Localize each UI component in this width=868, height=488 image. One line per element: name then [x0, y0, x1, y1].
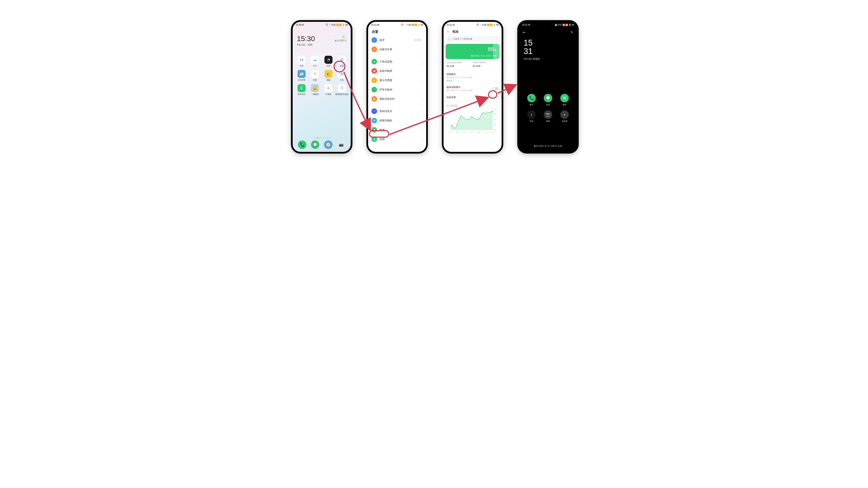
dark-app-未添加[interactable]: ＋未添加 — [556, 110, 573, 123]
settings-label: 权限与隐私 — [379, 119, 422, 123]
settings-row-电池[interactable]: ▮电池› — [370, 125, 424, 134]
app-icon: ⚙ — [338, 56, 346, 64]
chevron-right-icon: › — [422, 119, 423, 122]
settings-icon: ⊞ — [371, 136, 377, 142]
app-唯爱我欧应如故[interactable]: ⠿唯爱我欧应如故 — [335, 84, 349, 96]
settings-icon: ⇄ — [371, 46, 377, 52]
app-label: 设置 — [340, 65, 344, 67]
dock-app[interactable]: 📷 — [337, 140, 345, 149]
dark-app-grid: 📞拨号💬信息❇微信♪抖音📷相机＋未添加 — [523, 94, 573, 123]
app-工具[interactable]: ⊞工具 — [335, 70, 349, 82]
settings-list[interactable]: ᛒ蓝牙未连接›⇄连接与共享›✦个性化定制›▣桌面与锁屏›☀显示与亮度›🔊声音与振… — [368, 35, 426, 152]
settings-label: 密码与安全 — [379, 109, 422, 113]
dark-app-信息[interactable]: 💬信息 — [540, 94, 556, 106]
battery-card[interactable]: 88% 预计可用 1 天 15 小时 37 分钟 — [446, 44, 499, 59]
clock-date: 4月14日，周四 — [297, 43, 315, 46]
app-icon: ⊞ — [338, 70, 346, 78]
settings-row-通知与状态栏[interactable]: ◧通知与状态栏› — [370, 94, 424, 104]
svg-text:16:00: 16:00 — [449, 132, 452, 133]
dark-app-icon: 📷 — [544, 110, 552, 119]
settings-label: 桌面与锁屏 — [379, 69, 422, 73]
status-icons: ⏰ ⋮ 7.00 📶 📶 🔋 88 — [401, 24, 423, 26]
home-weather-widget[interactable]: ⛅ 多云 23°C ↻ — [335, 35, 346, 42]
chevron-right-icon: › — [422, 48, 423, 51]
settings-icon: 🔊 — [371, 87, 377, 92]
app-相册[interactable]: ◐相册 — [322, 70, 335, 82]
svg-text:20:00: 20:00 — [456, 132, 459, 133]
svg-point-10 — [492, 111, 493, 112]
phone-2-screen: 15:31:04 ⏰ ⋮ 7.00 📶 📶 🔋 88 设置 ᛒ蓝牙未连接›⇄连接… — [368, 22, 426, 152]
battery-chart: 0%25%50%75%100%16:0020:0000:0004:0008:00… — [446, 108, 499, 134]
settings-icon: ᛒ — [371, 37, 377, 43]
status-icons: ⏰ 0.97 📶 📶 🔋 88 — [555, 24, 574, 26]
dark-app-拨号[interactable]: 📞拨号 — [523, 94, 540, 106]
advanced-settings-row[interactable]: 高级设置 › — [446, 94, 499, 101]
status-bar: 15:30:54 ⏰ ⋮ 5.00 📶 📶 🔋 88 — [293, 22, 351, 28]
chevron-right-icon: › — [422, 138, 423, 141]
dock-app[interactable]: 📞 — [298, 140, 306, 149]
phone-2-frame: 15:31:04 ⏰ ⋮ 7.00 📶 📶 🔋 88 设置 ᛒ蓝牙未连接›⇄连接… — [366, 20, 428, 154]
settings-row-应用[interactable]: ⊞应用› — [370, 134, 424, 144]
back-icon[interactable]: ← — [446, 30, 450, 34]
dark-app-微信[interactable]: ❇微信 — [556, 94, 573, 106]
app-时钟[interactable]: ◔时钟 — [322, 56, 335, 67]
home-app-grid: 14日历☁天气◔时钟⚙设置📁文件管理✎便签◐相册⊞工具⬇软件商店🔒一键锁屏⊕计算… — [295, 56, 349, 96]
dark-app-icon: ❇ — [560, 94, 569, 102]
chevron-right-icon: › — [422, 60, 423, 63]
app-icon: ◐ — [324, 70, 333, 78]
weather-icon: ⛅ — [335, 35, 346, 39]
settings-row-权限与隐私[interactable]: 👁权限与隐私› — [370, 116, 424, 125]
dark-app-抖音[interactable]: ♪抖音 — [523, 110, 540, 123]
settings-row-显示与亮度[interactable]: ☀显示与亮度› — [370, 76, 424, 85]
page-indicator[interactable] — [293, 137, 351, 138]
dock-app[interactable]: 💬 — [311, 140, 319, 149]
power-save-row[interactable]: 省电模式 预计可用 1 天 17 小时 45 分钟 未开启 — [446, 71, 499, 84]
app-设置[interactable]: ⚙设置 — [335, 56, 349, 67]
settings-row-个性化定制[interactable]: ✦个性化定制› — [370, 57, 424, 66]
chevron-right-icon: › — [496, 38, 497, 40]
battery-header: ← 电池 — [446, 30, 458, 34]
settings-label: 连接与共享 — [379, 48, 422, 51]
chevron-right-icon: › — [422, 79, 423, 82]
settings-row-桌面与锁屏[interactable]: ▣桌面与锁屏› — [370, 66, 424, 76]
app-日历[interactable]: 14日历 — [295, 56, 308, 67]
dark-app-label: 抖音 — [530, 120, 533, 123]
app-一键锁屏[interactable]: 🔒一键锁屏 — [308, 84, 322, 96]
dark-app-相机[interactable]: 📷相机 — [540, 110, 556, 123]
chevron-right-icon: › — [422, 110, 423, 113]
battery-notice[interactable]: i 已发现 7 个耗电问题 › — [446, 36, 499, 42]
dock-app[interactable]: 🧭 — [324, 140, 333, 149]
settings-row-蓝牙[interactable]: ᛒ蓝牙未连接› — [370, 35, 424, 45]
exit-icon[interactable]: ⇤ — [523, 30, 526, 34]
chevron-right-icon: › — [422, 128, 423, 131]
power-save-title: 省电模式 — [446, 73, 499, 76]
app-计算器[interactable]: ⊕计算器 — [322, 84, 335, 96]
settings-icon: 🛡 — [371, 108, 377, 114]
app-icon: ◔ — [324, 56, 333, 64]
chart-title: 24 小时耗电 — [446, 103, 499, 108]
battery-stats-row: 上次充电后已使用 55 分钟 充电后亮屏时长 43 分钟 — [446, 61, 499, 68]
chevron-right-icon: › — [422, 97, 423, 100]
app-文件管理[interactable]: 📁文件管理 — [295, 70, 308, 82]
dark-app-icon: 📞 — [527, 94, 536, 102]
settings-row-连接与共享[interactable]: ⇄连接与共享› — [370, 45, 424, 54]
weather-text: 多云 23°C ↻ — [335, 39, 346, 42]
settings-row-声音与振动[interactable]: 🔊声音与振动› — [370, 85, 424, 94]
settings-row-密码与安全[interactable]: 🛡密码与安全› — [370, 106, 424, 116]
app-label: 便签 — [313, 79, 317, 82]
settings-value: 未连接 — [414, 38, 421, 41]
app-软件商店[interactable]: ⬇软件商店 — [295, 84, 308, 96]
dark-app-icon: ＋ — [560, 110, 569, 119]
app-便签[interactable]: ✎便签 — [308, 70, 322, 82]
chevron-right-icon: › — [422, 69, 423, 72]
super-save-toggle[interactable] — [492, 87, 499, 91]
phone-1-screen: 15:30:54 ⏰ ⋮ 5.00 📶 📶 🔋 88 15:30 4月14日，周… — [293, 22, 351, 152]
app-天气[interactable]: ☁天气 — [308, 56, 322, 67]
chevron-right-icon: › — [498, 95, 499, 99]
status-time: 15:30:54 — [296, 24, 304, 26]
status-icons: ⏰ ⋮ 4.00 📶 📶 🔋 88 — [476, 24, 499, 26]
edit-icon[interactable]: ✎ — [570, 30, 573, 34]
app-icon: ⠿ — [338, 84, 346, 92]
home-clock-widget[interactable]: 15:30 4月14日，周四 — [297, 35, 315, 46]
super-save-row[interactable]: 超级省电模式 预计可用 2 天 11 小时 21 分钟 — [446, 84, 499, 94]
